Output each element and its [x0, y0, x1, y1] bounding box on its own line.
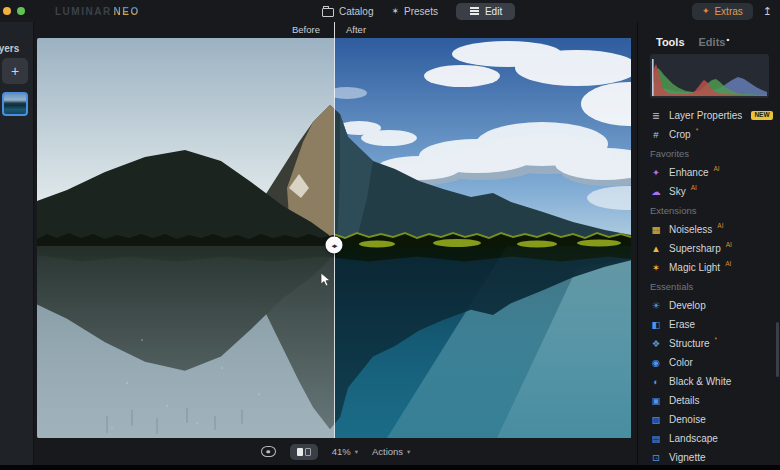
compare-toggle-button[interactable]	[290, 444, 318, 460]
tool-vignette[interactable]: ⊡ Vignette	[650, 448, 768, 465]
compare-split-line[interactable]	[334, 22, 335, 438]
mode-tabs: Catalog ✶ Presets Edit	[322, 0, 515, 22]
tool-black-white[interactable]: ◐ Black & White	[650, 372, 768, 391]
topbar-right: ✦ Extras ↥	[692, 0, 772, 22]
layers-icon: ≣	[650, 111, 662, 121]
edited-indicator: *	[696, 127, 699, 134]
develop-sun-icon: ☀	[650, 301, 662, 311]
zoom-level-dropdown[interactable]: 41% ▾	[332, 446, 358, 457]
supersharp-icon: ▲	[650, 244, 662, 254]
fullscreen-button[interactable]	[17, 7, 25, 15]
section-essentials: Essentials	[650, 277, 768, 296]
compare-slider-handle[interactable]: ◂▸	[326, 237, 343, 254]
tool-sky[interactable]: ☁ Sky AI	[650, 182, 768, 201]
before-label: Before	[292, 22, 320, 38]
compare-left-rect-icon	[297, 448, 303, 456]
section-favorites: Favorites	[650, 144, 768, 163]
layers-sidebar: Layers +	[0, 22, 34, 465]
app-logo: LUMINARNEO	[55, 6, 140, 17]
enhance-icon: ✦	[650, 168, 662, 178]
tab-presets[interactable]: ✶ Presets	[391, 6, 437, 17]
tool-magic-light[interactable]: ✶ Magic Light AI	[650, 258, 768, 277]
extras-button[interactable]: ✦ Extras	[692, 3, 753, 20]
tool-noiseless[interactable]: ▦ Noiseless AI	[650, 220, 768, 239]
tool-enhance[interactable]: ✦ Enhance AI	[650, 163, 768, 182]
tab-edits[interactable]: Edits•	[699, 36, 730, 48]
sky-cloud-icon: ☁	[650, 187, 662, 197]
tab-tools[interactable]: Tools	[656, 36, 685, 48]
tool-develop[interactable]: ☀ Develop	[650, 296, 768, 315]
tool-details[interactable]: ▣ Details	[650, 391, 768, 410]
noiseless-icon: ▦	[650, 225, 662, 235]
canvas-area: Before After	[34, 22, 637, 465]
tool-erase[interactable]: ◧ Erase	[650, 315, 768, 334]
tool-landscape[interactable]: ▤ Landscape	[650, 429, 768, 448]
details-icon: ▣	[650, 396, 662, 406]
folder-icon	[322, 8, 334, 17]
sliders-icon	[470, 10, 479, 12]
sparkle-icon: ✶	[391, 7, 399, 16]
magic-light-icon: ✶	[650, 263, 662, 273]
share-icon[interactable]: ↥	[763, 6, 772, 17]
actions-dropdown[interactable]: Actions ▾	[372, 446, 410, 457]
black-white-icon: ◐	[650, 377, 662, 387]
mouse-cursor	[320, 272, 332, 288]
layers-title: Layers	[0, 38, 33, 56]
edits-indicator-dot: •	[726, 35, 729, 44]
panel-tabs: Tools Edits•	[650, 22, 768, 52]
after-label: After	[346, 22, 366, 38]
rocket-icon: ✦	[702, 7, 710, 16]
main-area: Layers + Before After	[0, 22, 780, 465]
tool-crop[interactable]: # Crop *	[650, 125, 768, 144]
color-icon: ◉	[650, 358, 662, 368]
layer-thumbnail[interactable]	[2, 92, 28, 116]
tool-color[interactable]: ◉ Color	[650, 353, 768, 372]
vignette-icon: ⊡	[650, 453, 662, 463]
top-bar: LUMINARNEO Catalog ✶ Presets Edit ✦ Extr…	[0, 0, 780, 22]
bottom-toolbar: 41% ▾ Actions ▾	[34, 438, 637, 465]
bottom-letterbox	[0, 465, 780, 470]
tools-panel: Tools Edits• ≣ Layer Properties NEW	[637, 22, 780, 465]
add-layer-button[interactable]: +	[2, 58, 28, 84]
minimize-button[interactable]	[3, 7, 11, 15]
new-badge: NEW	[751, 111, 772, 121]
denoise-icon: ▨	[650, 415, 662, 425]
tab-catalog[interactable]: Catalog	[322, 6, 373, 17]
tool-layer-properties[interactable]: ≣ Layer Properties NEW	[650, 106, 768, 125]
histogram	[650, 54, 768, 98]
chevron-down-icon: ▾	[355, 448, 358, 456]
erase-icon: ◧	[650, 320, 662, 330]
chevron-down-icon: ▾	[407, 448, 410, 456]
tool-structure[interactable]: ❖ Structure *	[650, 334, 768, 353]
tab-edit[interactable]: Edit	[456, 3, 515, 20]
section-extensions: Extensions	[650, 201, 768, 220]
traffic-lights	[0, 7, 25, 15]
edited-indicator: *	[715, 336, 718, 343]
crop-icon: #	[650, 130, 662, 140]
structure-icon: ❖	[650, 339, 662, 349]
tool-denoise[interactable]: ▨ Denoise	[650, 410, 768, 429]
panel-scrollbar[interactable]	[776, 322, 779, 377]
eye-icon[interactable]	[261, 446, 276, 457]
tool-supersharp[interactable]: ▲ Supersharp AI	[650, 239, 768, 258]
landscape-icon: ▤	[650, 434, 662, 444]
compare-right-rect-icon	[305, 448, 311, 456]
luminar-neo-window: LUMINARNEO Catalog ✶ Presets Edit ✦ Extr…	[0, 0, 780, 470]
